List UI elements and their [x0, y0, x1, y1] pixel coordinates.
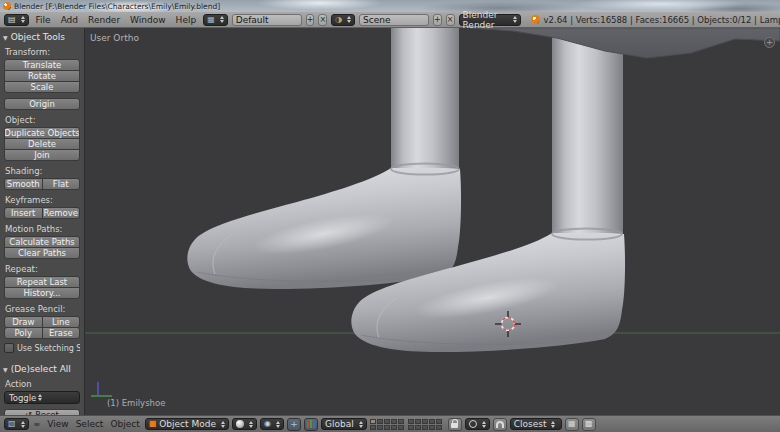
layer-cell[interactable]	[415, 419, 421, 424]
screen-layout-icon-button[interactable]: ▦	[203, 14, 228, 26]
opengl-render-anim-icon: ▩	[585, 420, 593, 428]
menu-help[interactable]: Help	[173, 15, 200, 25]
view3d-editor-icon: ▧	[8, 420, 16, 428]
updown-arrows-icon	[359, 421, 363, 428]
layer-cell[interactable]	[422, 419, 428, 424]
updown-arrows-icon	[551, 421, 555, 428]
layer-cell[interactable]	[377, 425, 383, 430]
menu-select[interactable]: Select	[74, 419, 106, 429]
layer-cell[interactable]	[391, 425, 397, 430]
editor-type-selector-info[interactable]: ▤	[4, 14, 29, 26]
layer-cell[interactable]	[370, 425, 376, 430]
menu-add[interactable]: Add	[58, 15, 81, 25]
editor-type-selector-3dview[interactable]: ▧	[4, 418, 29, 430]
label-shading: Shading:	[5, 166, 80, 176]
window-titlebar[interactable]: Blender [F:\Blender Files\Characters\Emi…	[0, 0, 780, 12]
layer-cell[interactable]	[429, 419, 435, 424]
menu-file[interactable]: File	[33, 15, 54, 25]
history-button[interactable]: History...	[4, 287, 80, 299]
viewport-shading-dropdown[interactable]	[232, 418, 257, 430]
use-sketching-session-row[interactable]: Use Sketching Sessio	[4, 343, 80, 353]
layer-cell[interactable]	[391, 419, 397, 424]
object-mode-icon: ■	[149, 420, 157, 428]
right-leg-mesh[interactable]	[552, 28, 623, 251]
flat-button[interactable]: Flat	[42, 178, 81, 190]
calculate-paths-button[interactable]: Calculate Paths	[4, 236, 80, 248]
layer-cell[interactable]	[370, 419, 376, 424]
snap-target-dropdown[interactable]: Closest	[510, 418, 562, 430]
mode-dropdown[interactable]: ■ Object Mode	[145, 418, 229, 430]
add-layout-button[interactable]: +	[306, 14, 315, 26]
blender-icon	[531, 15, 540, 24]
menu-view[interactable]: View	[45, 419, 70, 429]
layer-cell[interactable]	[408, 419, 414, 424]
scene-icon-button[interactable]: ◑	[331, 14, 355, 26]
remove-keyframe-button[interactable]: Remove	[42, 207, 81, 219]
layer-cell[interactable]	[398, 425, 404, 430]
snap-target-value: Closest	[514, 419, 547, 429]
updown-arrows-icon	[482, 421, 486, 428]
layer-cell[interactable]	[429, 425, 435, 430]
delete-scene-button[interactable]: ×	[446, 14, 455, 26]
screen-layout-field[interactable]: Default	[232, 14, 302, 26]
duplicate-objects-button[interactable]: Duplicate Objects	[4, 127, 80, 139]
viewport-3d[interactable]: User Ortho (1) Emilyshoe +	[85, 28, 780, 415]
layer-cell[interactable]	[436, 419, 442, 424]
view3d-header: ▧ ≡ View Select Object ■ Object Mode ◉ +	[0, 415, 780, 432]
pivot-point-dropdown[interactable]: ◉	[260, 418, 284, 430]
menu-window[interactable]: Window	[127, 15, 169, 25]
panel-object-tools-header[interactable]: ▼ Object Tools	[3, 32, 80, 42]
view-name-label: User Ortho	[90, 33, 139, 43]
join-button[interactable]: Join	[4, 149, 80, 161]
origin-button[interactable]: Origin	[4, 98, 80, 110]
action-dropdown[interactable]: Toggle	[4, 391, 80, 404]
collapse-triangle-icon: ▼	[3, 366, 8, 373]
lock-to-scene-button[interactable]	[448, 418, 462, 431]
updown-arrows-icon	[249, 421, 253, 428]
checkbox-icon[interactable]	[4, 343, 14, 353]
updown-arrows-icon	[276, 421, 280, 428]
left-leg-mesh[interactable]	[391, 28, 459, 185]
menu-object[interactable]: Object	[108, 419, 141, 429]
layer-group-2[interactable]	[408, 419, 442, 430]
grease-poly-button[interactable]: Poly	[4, 327, 43, 339]
layer-cell[interactable]	[408, 425, 414, 430]
render-engine-dropdown[interactable]: Blender Render	[459, 14, 521, 26]
insert-keyframe-button[interactable]: Insert	[4, 207, 43, 219]
transform-orientation-dropdown[interactable]: Global	[321, 418, 367, 430]
layer-cell[interactable]	[398, 419, 404, 424]
pivot-point-icon: ◉	[264, 420, 271, 428]
layers-widget[interactable]	[370, 419, 445, 430]
layer-group-1[interactable]	[370, 419, 404, 430]
panel-deselect-all-header[interactable]: ▼ (De)select All	[3, 364, 80, 374]
lock-icon	[451, 423, 458, 428]
manipulator-translate-button[interactable]	[304, 418, 318, 431]
opengl-render-animation-button[interactable]: ▩	[582, 418, 596, 431]
delete-layout-button[interactable]: ×	[318, 14, 327, 26]
layer-cell[interactable]	[384, 419, 390, 424]
opengl-render-button[interactable]: ▦	[565, 418, 579, 431]
snap-toggle-button[interactable]	[493, 418, 507, 431]
layer-cell[interactable]	[415, 425, 421, 430]
skirt-hem-mesh[interactable]	[470, 28, 780, 58]
clear-paths-button[interactable]: Clear Paths	[4, 247, 80, 259]
active-object-label: (1) Emilyshoe	[107, 398, 165, 408]
menu-render[interactable]: Render	[85, 15, 123, 25]
grease-erase-button[interactable]: Erase	[42, 327, 81, 339]
scale-button[interactable]: Scale	[4, 81, 80, 93]
layer-cell[interactable]	[384, 425, 390, 430]
header-menu-toggle-icon[interactable]: ≡	[32, 420, 43, 429]
mode-value: Object Mode	[159, 419, 216, 429]
properties-region-expand-button[interactable]: +	[764, 37, 775, 48]
magnet-icon	[496, 421, 504, 428]
layer-cell[interactable]	[436, 425, 442, 430]
layer-cell[interactable]	[377, 419, 383, 424]
manipulator-toggle-button[interactable]: +	[287, 418, 301, 431]
updown-arrows-icon	[21, 16, 25, 23]
scene-field[interactable]: Scene	[359, 14, 429, 26]
add-scene-button[interactable]: +	[433, 14, 442, 26]
left-shoe-mesh[interactable]	[187, 164, 461, 290]
proportional-edit-dropdown[interactable]	[465, 418, 490, 430]
smooth-button[interactable]: Smooth	[4, 178, 43, 190]
layer-cell[interactable]	[422, 425, 428, 430]
